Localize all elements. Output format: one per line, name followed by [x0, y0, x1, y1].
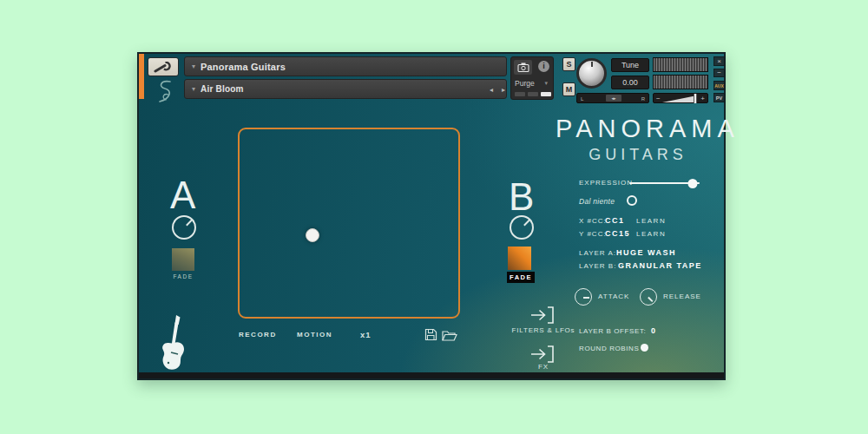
knob-pointer: [648, 297, 653, 302]
layer-a-value[interactable]: HUGE WASH: [616, 248, 676, 257]
layer-a-fade-pad[interactable]: [172, 248, 194, 271]
memory-bar-active: [541, 92, 551, 96]
volume-wedge: [662, 95, 697, 102]
title-line1: PANORAMA: [556, 115, 720, 143]
instrument-title: PANORAMA GUITARS: [556, 115, 720, 164]
layer-a-letter: A: [170, 176, 195, 214]
snapshot-panel: i Purge ▾: [510, 56, 554, 100]
memory-bar: [528, 92, 538, 96]
patch-next-button[interactable]: ▸: [502, 86, 505, 94]
record-button[interactable]: RECORD: [239, 331, 277, 339]
wrench-icon: [154, 62, 173, 73]
aux-button[interactable]: AUX: [713, 81, 725, 90]
patch-dropdown-icon[interactable]: ▾: [192, 85, 195, 93]
window-bottom-edge: [139, 372, 724, 378]
motion-button[interactable]: MOTION: [297, 331, 332, 339]
layer-a-fade-label: FADE: [172, 273, 194, 279]
purge-dropdown[interactable]: Purge: [515, 79, 535, 88]
expression-label: EXPRESSION: [579, 179, 633, 187]
expression-knob[interactable]: [687, 179, 697, 188]
tune-label: Tune: [611, 58, 649, 72]
solo-button[interactable]: S: [562, 57, 575, 71]
guitar-image: [156, 314, 193, 377]
pv-button[interactable]: PV: [713, 93, 725, 102]
dal-niente-toggle[interactable]: [627, 195, 637, 206]
fx-arrow-icon[interactable]: [530, 345, 555, 364]
layer-b-fade-label: FADE: [507, 272, 535, 283]
pan-left-label: L: [581, 96, 583, 102]
round-robins-label: ROUND ROBINS: [579, 345, 639, 352]
y-learn-button[interactable]: LEARN: [636, 230, 666, 238]
tune-knob[interactable]: [576, 58, 607, 89]
kontakt-window: ▾ Panorama Guitars ◂ ▸ ▾ Air Bloom ◂ ▸: [137, 52, 726, 380]
x-cc-value[interactable]: CC1: [605, 216, 625, 225]
layer-b-fade-pad[interactable]: [508, 247, 531, 270]
filters-lfos-button[interactable]: FILTERS & LFOs: [496, 326, 591, 334]
dal-niente-label: Dal niente: [579, 197, 615, 206]
knob-pointer: [523, 220, 530, 227]
mute-button[interactable]: M: [562, 82, 575, 96]
fx-button[interactable]: FX: [496, 363, 591, 371]
snapshot-camera-button[interactable]: [514, 60, 532, 75]
info-button[interactable]: i: [538, 61, 549, 72]
pan-right-label: R: [641, 96, 645, 102]
camera-icon: [517, 62, 529, 72]
knob-pointer: [186, 220, 193, 227]
bank-title: Panorama Guitars: [201, 62, 286, 72]
level-meters: [653, 57, 708, 90]
y-cc-value[interactable]: CC15: [605, 229, 630, 238]
patch-title: Air Bloom: [201, 84, 244, 94]
xy-pad[interactable]: [238, 128, 460, 319]
level-meter-right: [653, 75, 708, 89]
page-background: ▾ Panorama Guitars ◂ ▸ ▾ Air Bloom ◂ ▸: [0, 0, 868, 434]
x-cc-label: X #CC:: [579, 217, 607, 225]
layer-b-row-label: LAYER B:: [579, 262, 616, 270]
layer-b-offset-value[interactable]: 0: [651, 326, 657, 335]
sc-logo: [151, 79, 177, 105]
patch-prev-button[interactable]: ◂: [490, 86, 493, 94]
purge-caret-icon[interactable]: ▾: [544, 80, 548, 87]
pan-slider[interactable]: L ◂▸ R: [576, 93, 649, 103]
title-line2: GUITARS: [556, 146, 720, 164]
edit-mode-strip: [139, 54, 144, 99]
y-cc-label: Y #CC:: [579, 230, 607, 238]
expression-slider[interactable]: [629, 177, 700, 189]
level-meter-left: [653, 57, 708, 72]
bank-header-bar[interactable]: ▾ Panorama Guitars ◂ ▸: [184, 56, 507, 76]
filters-arrow-icon[interactable]: [530, 306, 555, 325]
layer-b-value[interactable]: GRANULAR TAPE: [618, 261, 702, 270]
volume-handle[interactable]: [694, 94, 697, 103]
memory-bars: [515, 92, 551, 96]
round-robins-toggle[interactable]: [641, 344, 648, 352]
wrench-edit-button[interactable]: [148, 57, 179, 76]
volume-slider[interactable]: − +: [653, 93, 708, 103]
bank-dropdown-icon[interactable]: ▾: [192, 62, 195, 70]
layer-b-knob[interactable]: [510, 215, 534, 240]
pan-handle[interactable]: ◂▸: [606, 95, 621, 102]
tune-value[interactable]: 0.00: [611, 76, 649, 89]
close-button[interactable]: ×: [713, 56, 725, 66]
load-motion-folder-icon[interactable]: [442, 329, 457, 341]
knob-pointer: [583, 297, 589, 299]
volume-plus[interactable]: +: [700, 95, 705, 102]
layer-b-letter: B: [509, 178, 534, 216]
x-learn-button[interactable]: LEARN: [636, 217, 666, 225]
attack-knob[interactable]: [575, 288, 592, 306]
layer-b-offset-label: LAYER B OFFSET:: [579, 327, 646, 335]
volume-minus[interactable]: −: [656, 95, 661, 102]
pad-dot[interactable]: [306, 228, 319, 242]
memory-bar: [515, 92, 525, 96]
layer-a-row-label: LAYER A:: [579, 249, 616, 257]
layer-a-knob[interactable]: [172, 215, 196, 240]
release-knob[interactable]: [640, 288, 657, 306]
patch-header-bar[interactable]: ▾ Air Bloom ◂ ▸: [184, 79, 507, 99]
release-label: RELEASE: [663, 293, 701, 300]
minimize-button[interactable]: −: [713, 69, 725, 77]
save-motion-icon[interactable]: [424, 328, 437, 341]
attack-label: ATTACK: [598, 293, 629, 300]
speed-button[interactable]: x1: [360, 330, 372, 339]
